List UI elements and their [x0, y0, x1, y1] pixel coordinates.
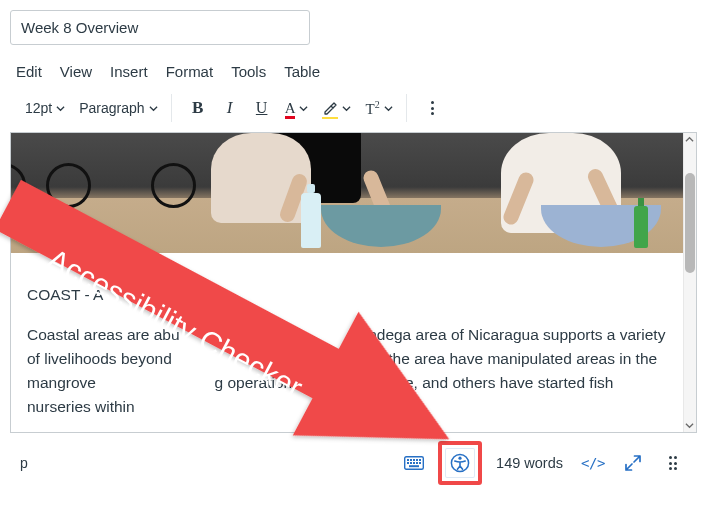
font-size-label: 12pt — [25, 100, 52, 116]
drag-handle-icon — [667, 456, 680, 470]
editor-area[interactable]: COAST - A Coastal areas are abu ndega ar… — [10, 133, 697, 433]
italic-icon: I — [227, 98, 233, 118]
keyboard-icon — [404, 456, 424, 470]
bold-icon: B — [192, 98, 203, 118]
word-count[interactable]: 149 words — [490, 455, 569, 471]
svg-rect-4 — [416, 459, 418, 461]
editor-content[interactable]: COAST - A Coastal areas are abu ndega ar… — [11, 133, 683, 432]
page-title-input[interactable] — [10, 10, 310, 45]
chevron-down-icon — [384, 104, 393, 113]
svg-rect-10 — [419, 462, 421, 464]
svg-rect-11 — [409, 465, 419, 467]
editor-body-text[interactable]: COAST - A Coastal areas are abu ndega ar… — [11, 253, 683, 432]
bold-button[interactable]: B — [184, 94, 212, 122]
underline-icon: U — [256, 99, 268, 117]
scroll-thumb[interactable] — [685, 173, 695, 273]
underline-button[interactable]: U — [248, 94, 276, 122]
highlighter-icon — [322, 100, 338, 116]
paragraph-fragment: g operations, small and large, and other… — [27, 374, 614, 415]
block-format-dropdown[interactable]: Paragraph — [74, 94, 162, 122]
resize-handle[interactable] — [657, 447, 689, 479]
scroll-up-icon[interactable] — [683, 133, 696, 146]
menu-view[interactable]: View — [60, 63, 92, 80]
menu-tools[interactable]: Tools — [231, 63, 266, 80]
menu-insert[interactable]: Insert — [110, 63, 148, 80]
superscript-icon: T2 — [365, 99, 379, 118]
highlight-color-button[interactable] — [317, 94, 356, 122]
svg-rect-6 — [407, 462, 409, 464]
chevron-down-icon — [149, 104, 158, 113]
paragraph-fragment: Coastal areas are abu — [27, 326, 180, 343]
svg-rect-9 — [416, 462, 418, 464]
accessibility-icon — [450, 453, 470, 473]
editor-toolbar: 12pt Paragraph B I U A — [10, 90, 697, 133]
accessibility-checker-button[interactable] — [444, 447, 476, 479]
text-color-button[interactable]: A — [280, 94, 314, 122]
svg-point-13 — [458, 457, 461, 460]
svg-rect-2 — [410, 459, 412, 461]
expand-icon — [624, 454, 642, 472]
fullscreen-button[interactable] — [617, 447, 649, 479]
html-code-icon: </> — [581, 455, 605, 471]
more-toolbar-button[interactable] — [419, 94, 447, 122]
svg-rect-5 — [419, 459, 421, 461]
svg-rect-3 — [413, 459, 415, 461]
text-color-icon: A — [285, 100, 296, 117]
editor-statusbar: p 149 words </> — [10, 433, 697, 491]
svg-rect-1 — [407, 459, 409, 461]
chevron-down-icon — [56, 104, 65, 113]
chevron-down-icon — [342, 104, 351, 113]
italic-button[interactable]: I — [216, 94, 244, 122]
keyboard-shortcuts-button[interactable] — [398, 447, 430, 479]
embedded-image[interactable] — [11, 133, 683, 253]
superscript-button[interactable]: T2 — [360, 94, 397, 122]
font-size-dropdown[interactable]: 12pt — [20, 94, 70, 122]
image-caption-fragment: COAST - A — [27, 286, 103, 303]
menu-format[interactable]: Format — [166, 63, 214, 80]
vertical-scrollbar[interactable] — [683, 133, 696, 432]
chevron-down-icon — [299, 104, 308, 113]
svg-rect-8 — [413, 462, 415, 464]
menu-table[interactable]: Table — [284, 63, 320, 80]
menu-edit[interactable]: Edit — [16, 63, 42, 80]
kebab-icon — [427, 101, 438, 115]
element-path[interactable]: p — [18, 455, 28, 471]
html-editor-button[interactable]: </> — [577, 447, 609, 479]
svg-rect-7 — [410, 462, 412, 464]
accessibility-checker-highlight — [438, 441, 482, 485]
block-format-label: Paragraph — [79, 100, 144, 116]
editor-menubar: Edit View Insert Format Tools Table — [10, 61, 697, 90]
scroll-down-icon[interactable] — [683, 419, 696, 432]
